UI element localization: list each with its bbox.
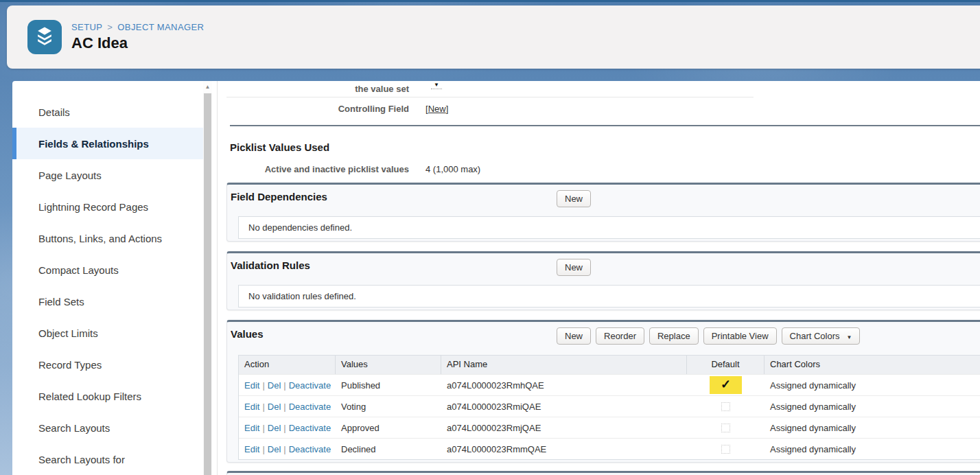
sidebar-scrollbar[interactable]: ▲ [203,81,212,475]
sidebar-item-label: Search Layouts [38,422,110,434]
sidebar-item-object-limits[interactable]: Object Limits [12,317,203,349]
edit-link[interactable]: Edit [244,423,259,433]
section-divider [230,125,980,126]
sidebar-item-label: Details [38,106,70,118]
del-link[interactable]: Del [268,423,281,433]
action-cell: Edit|Del|Deactivate [239,380,336,391]
default-checkbox[interactable] [721,424,730,432]
field-dependencies-new-button[interactable]: New [557,190,591,207]
default-checkbox[interactable] [721,402,730,411]
column-header-values: Values [336,356,441,374]
sidebar-item-label: Search Layouts for [38,454,125,465]
api-name-cell: a074L0000023RmjQAE [441,423,687,433]
action-separator: | [259,402,267,412]
field-detail-main: the value set ▼ Controlling Field [New] … [218,81,980,475]
values-section: Values New Reorder Replace Printable Vie… [226,320,980,463]
values-reorder-button[interactable]: Reorder [596,327,644,345]
action-cell: Edit|Del|Deactivate [239,402,336,412]
action-separator: | [281,402,288,412]
sidebar-main-divider [217,81,218,475]
values-table-header: Action Values API Name Default Chart Col… [239,356,980,374]
breadcrumb-object-manager-link[interactable]: OBJECT MANAGER [117,22,204,32]
edit-link[interactable]: Edit [244,402,259,412]
action-separator: | [281,380,288,391]
deactivate-link[interactable]: Deactivate [289,402,331,412]
page-header: SETUP > OBJECT MANAGER AC Idea [7,5,980,69]
api-name-cell: a074L0000023RmhQAE [441,380,687,391]
chart-colors-cell: Assigned dynamically [765,380,980,391]
values-table: Action Values API Name Default Chart Col… [238,355,980,460]
chart-colors-cell: Assigned dynamically [765,402,980,412]
sidebar-item-related-lookup-filters[interactable]: Related Lookup Filters [12,380,203,412]
next-section-partial [226,471,980,475]
chart-colors-cell: Assigned dynamically [765,444,980,454]
sidebar-item-search-layouts-for[interactable]: Search Layouts for [12,443,203,475]
sidebar-item-page-layouts[interactable]: Page Layouts [12,159,203,191]
action-separator: | [281,423,288,433]
scroll-up-arrow-icon[interactable]: ▲ [203,81,212,93]
value-cell: Published [336,380,441,391]
controlling-field-label: Controlling Field [218,104,409,114]
chart-colors-cell: Assigned dynamically [765,423,980,433]
controlling-field-value: [New] [409,104,448,114]
column-header-default: Default [687,356,765,374]
validation-rules-section: Validation Rules New No validation rules… [226,251,980,310]
sidebar-item-field-sets[interactable]: Field Sets [12,286,203,317]
caret-down-icon: ▼ [847,334,852,340]
breadcrumb-setup-link[interactable]: SETUP [71,22,102,32]
value-cell: Voting [336,402,441,412]
deactivate-link[interactable]: Deactivate [289,444,331,454]
action-separator: | [259,444,267,454]
deactivate-link[interactable]: Deactivate [289,423,331,433]
edit-link[interactable]: Edit [244,444,259,454]
sidebar-item-label: Related Lookup Filters [38,391,141,402]
caret-down-icon: ▼ [431,82,442,89]
table-row: Edit|Del|Deactivate Voting a074L0000023R… [239,395,980,417]
column-header-action: Action [239,356,336,374]
controlling-field-new-link[interactable]: New [428,104,446,114]
active-values-label: Active and inactive picklist values [218,164,409,174]
edit-link[interactable]: Edit [244,380,259,391]
action-cell: Edit|Del|Deactivate [239,423,336,433]
value-cell: Declined [336,444,441,454]
picklist-values-used-title: Picklist Values Used [230,141,329,153]
chart-colors-label: Chart Colors [790,331,840,341]
api-name-cell: a074L0000023RmiQAE [441,402,687,412]
del-link[interactable]: Del [268,380,281,391]
default-checkbox[interactable] [710,376,742,394]
sidebar-item-record-types[interactable]: Record Types [12,349,203,380]
sidebar-item-buttons-links-actions[interactable]: Buttons, Links, and Actions [12,222,203,254]
bracket: ] [446,104,449,114]
validation-rules-empty-message: No validation rules defined. [238,285,980,308]
del-link[interactable]: Del [268,444,281,454]
validation-rules-new-button[interactable]: New [557,259,591,276]
scrollbar-thumb[interactable] [204,93,211,475]
sidebar-item-lightning-record-pages[interactable]: Lightning Record Pages [12,191,203,222]
sidebar-item-search-layouts[interactable]: Search Layouts [12,412,203,443]
sidebar-item-label: Fields & Relationships [38,138,149,150]
breadcrumb-separator: > [107,22,113,32]
values-title: Values [231,328,264,340]
del-link[interactable]: Del [268,402,281,412]
sidebar-item-fields-relationships[interactable]: Fields & Relationships [12,128,203,159]
sidebar-item-label: Field Sets [38,296,84,308]
default-checkbox[interactable] [721,445,730,454]
sidebar-item-label: Lightning Record Pages [38,201,148,213]
values-replace-button[interactable]: Replace [649,327,699,345]
chart-colors-dropdown-button[interactable]: Chart Colors▼ [782,327,861,345]
field-dependencies-section: Field Dependencies New No dependencies d… [226,183,980,242]
sidebar-item-label: Object Limits [38,327,98,339]
row-divider [226,97,754,97]
values-printable-view-button[interactable]: Printable View [703,327,777,345]
sidebar-item-compact-layouts[interactable]: Compact Layouts [12,254,203,286]
sidebar-item-label: Record Types [38,359,102,371]
breadcrumb: SETUP > OBJECT MANAGER [71,22,204,32]
active-values-value: 4 (1,000 max) [409,164,480,174]
content-region: Details Fields & Relationships Page Layo… [12,81,980,475]
values-new-button[interactable]: New [557,327,591,345]
sidebar-item-details[interactable]: Details [12,96,203,128]
action-separator: | [281,444,288,454]
page-title: AC Idea [71,34,204,52]
deactivate-link[interactable]: Deactivate [289,380,331,391]
field-dependencies-title: Field Dependencies [231,191,327,202]
